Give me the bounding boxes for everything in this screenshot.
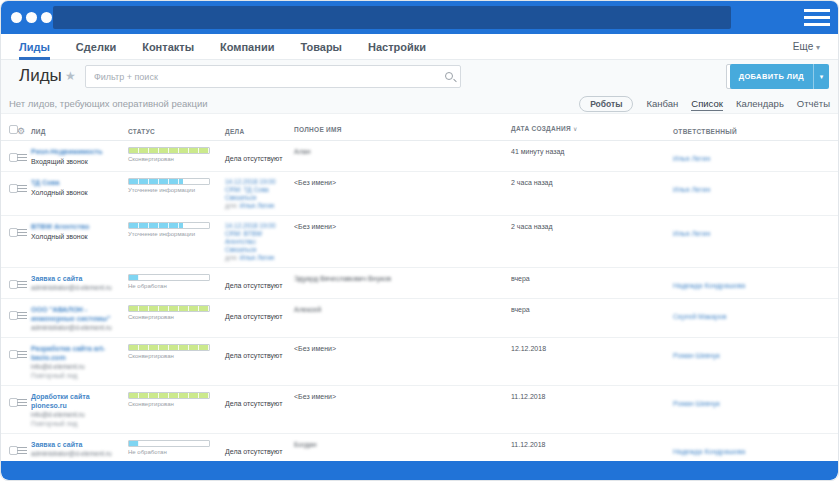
status-label: Сконвертирован — [128, 401, 225, 408]
responsible-link[interactable]: Роман Шевчук — [673, 352, 720, 359]
responsible-link[interactable]: Надежда Кондрашова — [673, 282, 745, 289]
row-menu-icon[interactable] — [17, 312, 27, 319]
status-progress-bar — [128, 222, 210, 229]
status-label: Не обработан — [128, 283, 225, 290]
lead-title-link[interactable]: Доработки сайта pioneso.ru — [31, 392, 120, 410]
column-header-responsible[interactable]: ОТВЕТСТВЕННЫЙ — [673, 128, 737, 135]
responsible-link[interactable]: Сергей Макаров — [673, 313, 726, 320]
chevron-down-icon: ▾ — [816, 43, 820, 52]
status-progress-bar — [128, 274, 210, 281]
responsible-link[interactable]: Илья Легин — [673, 230, 710, 237]
table-row: BTBW Агентство Холодный звонок Уточнение… — [1, 216, 838, 268]
lead-title-link[interactable]: ООО "АВАЛОН - инженерные системы" — [31, 305, 120, 323]
lead-title-link[interactable]: ТД Сова — [31, 178, 120, 187]
activities-cell: Дела отсутствуют — [225, 147, 294, 165]
row-menu-icon[interactable] — [17, 154, 27, 161]
nav-tab-leads[interactable]: Лиды — [19, 34, 50, 60]
page-title: Лиды — [19, 66, 62, 86]
assignee-link[interactable]: Илья Легин — [240, 254, 275, 261]
table-row: ТД Сова Холодный звонок Уточнение информ… — [1, 172, 838, 216]
dot-icon — [11, 12, 22, 23]
app-window: Лиды Сделки Контакты Компании Товары Нас… — [0, 0, 839, 481]
topbar-blurred-region — [53, 6, 731, 29]
view-tab-list[interactable]: Список — [691, 98, 723, 111]
activities-cell: Дела отсутствуют — [225, 344, 294, 362]
lead-source-label: Холодный звонок — [31, 188, 120, 197]
table-row: Риэл-Недвижимость Входящий звонок Сконве… — [1, 141, 838, 172]
status-label: Уточнение информации — [128, 231, 225, 238]
activity-link[interactable]: 14.12.2018 19:00 — [225, 178, 290, 186]
lead-title-link[interactable]: Разработка сайта art-bacio.com — [31, 344, 120, 362]
lead-email: administrator@d-element.ru — [31, 450, 120, 458]
lead-title-link[interactable]: Заявка с сайта — [31, 440, 120, 449]
activities-cell: 14.12.2018 19:00CRM: BTBWАгентство:Связа… — [225, 222, 294, 262]
hamburger-menu-icon[interactable] — [804, 9, 830, 26]
responsible-link[interactable]: Роман Шевчук — [673, 400, 720, 407]
nav-more-button[interactable]: Еще ▾ — [793, 41, 820, 52]
created-date-cell: вчера — [511, 274, 673, 283]
column-header-created[interactable]: ДАТА СОЗДАНИЯ — [511, 125, 571, 132]
no-activities-label: Дела отсутствуют — [225, 313, 282, 320]
row-menu-icon[interactable] — [17, 281, 27, 288]
grid-settings-icon[interactable]: ⚙ — [17, 126, 25, 136]
nav-tab-deals[interactable]: Сделки — [76, 34, 116, 60]
activity-assignee: для: Илья Легин — [225, 254, 290, 262]
table-row: ООО "АВАЛОН - инженерные системы" admini… — [1, 299, 838, 338]
view-tab-calendar[interactable]: Календарь — [736, 98, 784, 110]
column-header-fullname[interactable]: ПОЛНОЕ ИМЯ — [294, 126, 342, 133]
nav-tab-companies[interactable]: Компании — [220, 34, 274, 60]
activities-cell: Дела отсутствуют — [225, 274, 294, 292]
view-tab-kanban[interactable]: Канбан — [646, 98, 678, 110]
logo-dots-icon — [11, 12, 52, 23]
activities-cell: 14.12.2018 19:00CRM: ТД СоваСвязатьсядля… — [225, 178, 294, 210]
status-progress-bar — [128, 392, 210, 399]
table-header-row: ⚙ ЛИД СТАТУС ДЕЛА ПОЛНОЕ ИМЯ ДАТА СОЗДАН… — [1, 118, 838, 141]
activity-link[interactable]: Связаться — [225, 246, 290, 254]
search-input[interactable] — [86, 66, 460, 87]
responsible-link[interactable]: Илья Легин — [673, 155, 710, 162]
counter-message: Нет лидов, требующих оперативной реакции — [9, 98, 208, 109]
responsible-link[interactable]: Илья Легин — [673, 186, 710, 193]
nav-tab-products[interactable]: Товары — [300, 34, 342, 60]
column-header-lead[interactable]: ЛИД — [31, 128, 46, 135]
no-activities-label: Дела отсутствуют — [225, 282, 282, 289]
row-menu-icon[interactable] — [17, 185, 27, 192]
activity-link[interactable]: CRM: BTBW — [225, 230, 290, 238]
lead-title-link[interactable]: BTBW Агентство — [31, 222, 120, 231]
column-header-status[interactable]: СТАТУС — [128, 128, 155, 135]
created-date-cell: 41 минуту назад — [511, 147, 673, 156]
lead-repeat-note: Повторный лид — [31, 372, 120, 380]
status-progress-bar — [128, 305, 210, 312]
row-menu-icon[interactable] — [17, 447, 27, 454]
add-lead-dropdown-caret[interactable]: ▾ — [813, 64, 829, 89]
activity-link[interactable]: Агентство: — [225, 238, 290, 246]
lead-title-link[interactable]: Риэл-Недвижимость — [31, 147, 120, 156]
activity-link[interactable]: Связаться — [225, 194, 290, 202]
created-date-cell: 2 часа назад — [511, 222, 673, 231]
responsible-link[interactable]: Надежда Кондрашова — [673, 448, 745, 455]
column-header-activities[interactable]: ДЕЛА — [225, 128, 244, 135]
top-bar — [1, 1, 838, 34]
activity-link[interactable]: 14.12.2018 19:00 — [225, 222, 290, 230]
row-menu-icon[interactable] — [17, 351, 27, 358]
add-lead-button[interactable]: ДОБАВИТЬ ЛИД ▾ — [730, 64, 829, 89]
search-icon[interactable] — [445, 72, 453, 80]
full-name-cell: Алексей — [294, 305, 511, 314]
lead-source-label: Входящий звонок — [31, 157, 120, 166]
nav-tab-settings[interactable]: Настройки — [368, 34, 426, 60]
full-name-cell: <Без имени> — [294, 222, 511, 231]
row-menu-icon[interactable] — [17, 229, 27, 236]
status-line: Нет лидов, требующих оперативной реакции… — [1, 94, 838, 114]
lead-title-link[interactable]: Заявка с сайта — [31, 274, 120, 283]
favorite-star-icon[interactable]: ★ — [65, 69, 76, 83]
row-menu-icon[interactable] — [17, 399, 27, 406]
created-date-cell: 12.12.2018 — [511, 344, 673, 353]
view-tab-reports[interactable]: Отчёты — [797, 98, 830, 110]
assignee-link[interactable]: Илья Легин — [240, 202, 275, 209]
nav-tab-contacts[interactable]: Контакты — [142, 34, 194, 60]
activity-link[interactable]: CRM: ТД Сова — [225, 186, 290, 194]
full-name-cell: <Без имени> — [294, 344, 511, 353]
activities-cell: Дела отсутствуют — [225, 440, 294, 458]
lead-email: info@d-element.ru — [31, 363, 120, 371]
robots-button[interactable]: Роботы — [579, 96, 633, 112]
